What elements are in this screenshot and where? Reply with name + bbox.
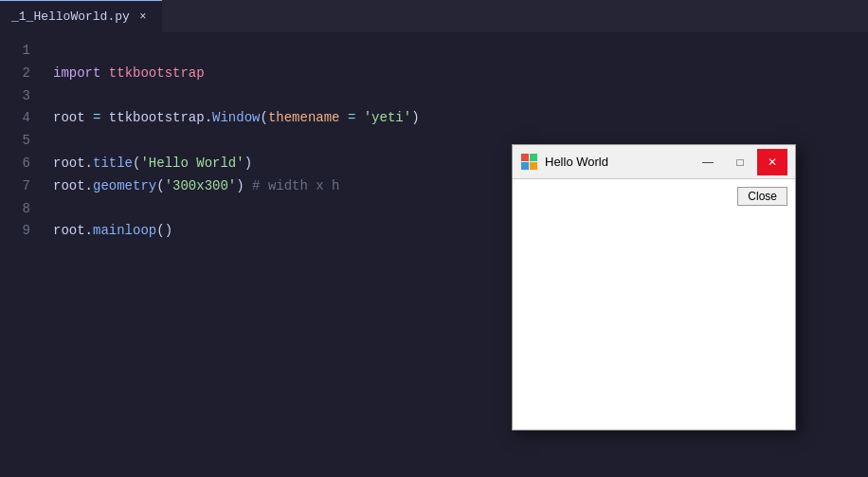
line-num-8: 8 — [8, 198, 30, 221]
hw-close-button[interactable]: ✕ — [757, 149, 787, 175]
tab-bar: _1_HelloWorld.py × — [0, 0, 868, 32]
hello-world-window: Hello World — □ ✕ Close — [512, 144, 796, 431]
code-line-4: root = ttkbootstrap.Window(themename = '… — [53, 107, 860, 130]
line-num-3: 3 — [8, 85, 30, 108]
line-num-6: 6 — [8, 153, 30, 175]
hw-minimize-button[interactable]: — — [693, 149, 723, 175]
tab-close-button[interactable]: × — [136, 9, 151, 25]
hw-maximize-button[interactable]: □ — [725, 149, 755, 175]
line-num-5: 5 — [8, 130, 30, 153]
hw-window-controls: — □ ✕ — [693, 149, 787, 175]
line-num-9: 9 — [8, 220, 30, 243]
line-num-2: 2 — [8, 63, 30, 85]
code-line-3 — [53, 85, 860, 108]
line-numbers: 1 2 3 4 5 6 7 8 9 — [0, 40, 45, 469]
line-num-7: 7 — [8, 175, 30, 198]
line-num-4: 4 — [8, 107, 30, 130]
editor-tab[interactable]: _1_HelloWorld.py × — [0, 0, 162, 32]
hw-close-body-button[interactable]: Close — [737, 187, 787, 206]
tab-filename: _1_HelloWorld.py — [11, 9, 130, 24]
hw-title: Hello World — [545, 155, 685, 169]
ttk-app-icon — [520, 154, 537, 171]
line-num-1: 1 — [8, 40, 30, 63]
code-line-2: import ttkbootstrap — [53, 63, 860, 85]
hw-titlebar: Hello World — □ ✕ — [513, 145, 795, 179]
code-line-1 — [53, 40, 860, 63]
hw-body: Close — [513, 179, 795, 430]
